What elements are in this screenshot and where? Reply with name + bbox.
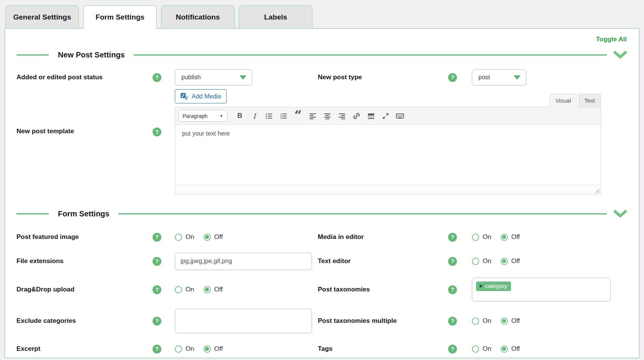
editor-mode-tabs: Visual Text [550,94,601,107]
radio-option-on[interactable]: On [175,233,194,241]
tab-general-settings[interactable]: General Settings [5,5,79,29]
post-status-select[interactable]: publish [175,69,252,85]
radio-option-on[interactable]: On [472,257,491,265]
file-extensions-input[interactable] [175,253,312,270]
help-icon[interactable]: ? [448,345,457,353]
file-extensions-label: File extensions [16,257,153,265]
help-icon[interactable]: ? [448,233,457,242]
radio-option-off[interactable]: Off [501,317,520,325]
keyboard-shortcuts-icon[interactable] [393,110,407,122]
post-status-label: Added or edited post status [16,74,153,81]
post-taxonomies-multiple-label: Post taxonomies multiple [318,317,448,325]
form-settings-header: Form Settings [16,206,628,221]
post-template-editor: Add Media Visual Text Paragraph ▼ B [175,89,601,195]
post-featured-image-label: Post featured image [16,233,153,241]
radio-option-off[interactable]: Off [204,345,223,353]
remove-chip-icon[interactable]: × [479,283,482,289]
radio-option-on[interactable]: On [472,317,491,325]
align-right-icon[interactable] [335,110,348,122]
radio-option-on[interactable]: On [472,233,491,241]
tab-labels[interactable]: Labels [239,5,312,29]
section-divider [16,213,49,214]
help-icon[interactable]: ? [153,345,161,353]
radio-option-off[interactable]: Off [501,233,520,241]
section-title: New Post Settings [58,51,125,59]
align-left-icon[interactable] [306,110,319,122]
help-icon[interactable]: ? [448,317,457,326]
align-center-icon[interactable] [320,110,334,122]
media-icon [180,92,188,100]
radio-button[interactable] [472,258,479,265]
form-settings-grid: Post featured image ? On Off Media in ed… [16,226,628,360]
chevron-down-icon [514,75,521,80]
help-icon[interactable]: ? [153,285,161,294]
radio-button[interactable] [175,286,182,293]
radio-button[interactable] [204,345,211,353]
radio-button[interactable] [501,345,508,353]
numbered-list-icon[interactable]: 1 2 3 [277,110,290,122]
exclude-categories-input[interactable] [175,309,312,333]
post-status-value: publish [181,74,201,81]
help-icon[interactable]: ? [448,285,457,294]
radio-option-on[interactable]: On [175,286,194,293]
radio-option-off[interactable]: Off [204,286,223,293]
radio-button[interactable] [204,234,211,241]
chevron-down-icon[interactable] [613,51,628,59]
radio-button[interactable] [175,345,182,353]
new-post-row: Added or edited post status ? publish Ne… [16,69,628,86]
post-taxonomies-input[interactable]: × category [472,278,611,301]
help-icon[interactable]: ? [448,73,457,82]
help-icon[interactable]: ? [153,128,161,136]
radio-button[interactable] [175,234,182,241]
radio-button[interactable] [501,234,508,241]
editor-content-area[interactable]: put your text here [175,125,601,185]
post-taxonomies-multiple-toggle: On Off [472,317,628,325]
help-icon[interactable]: ? [153,73,161,82]
taxonomy-chip: × category [476,281,511,291]
add-media-label: Add Media [192,93,221,100]
radio-button[interactable] [472,234,479,241]
tab-notifications[interactable]: Notifications [161,5,235,29]
text-editor-toggle: On Off [472,257,628,265]
radio-option-on[interactable]: On [175,345,194,353]
section-title: Form Settings [58,209,109,218]
radio-button[interactable] [204,286,211,293]
radio-option-off[interactable]: Off [501,257,520,265]
blockquote-icon[interactable]: “ [291,110,305,122]
post-template-row: New post template ? [16,89,628,195]
chevron-down-icon[interactable] [613,209,628,218]
help-icon[interactable]: ? [153,317,161,326]
post-taxonomies-label: Post taxonomies [318,286,448,293]
help-icon[interactable]: ? [448,257,457,266]
tab-visual[interactable]: Visual [550,94,577,107]
tab-form-settings[interactable]: Form Settings [83,5,157,29]
radio-option-on[interactable]: On [472,345,491,353]
add-media-button[interactable]: Add Media [175,89,227,103]
radio-button[interactable] [501,317,508,325]
bold-icon[interactable]: B [233,110,246,122]
radio-button[interactable] [472,317,479,325]
radio-button[interactable] [501,258,508,265]
tags-toggle: On Off [472,345,628,353]
radio-button[interactable] [472,345,479,353]
toggle-all-link[interactable]: Toggle All [16,33,628,43]
post-type-value: post [478,74,490,81]
resize-handle-icon[interactable] [595,188,600,193]
italic-icon[interactable]: I [248,110,261,122]
chevron-down-icon: ▼ [220,114,223,118]
post-featured-image-toggle: On Off [175,233,318,241]
new-post-settings-header: New Post Settings [16,47,628,62]
insert-read-more-icon[interactable] [364,110,378,122]
form-settings-panel: Toggle All New Post Settings Added or ed… [5,28,639,358]
excerpt-label: Excerpt [16,345,153,353]
help-icon[interactable]: ? [153,257,161,266]
tab-text[interactable]: Text [578,94,601,107]
link-icon[interactable] [350,110,363,122]
radio-option-off[interactable]: Off [501,345,520,353]
fullscreen-icon[interactable] [379,110,392,122]
radio-option-off[interactable]: Off [204,233,223,241]
bulleted-list-icon[interactable] [262,110,276,122]
post-type-select[interactable]: post [472,69,526,85]
paragraph-format-select[interactable]: Paragraph ▼ [178,110,227,122]
help-icon[interactable]: ? [153,233,161,242]
